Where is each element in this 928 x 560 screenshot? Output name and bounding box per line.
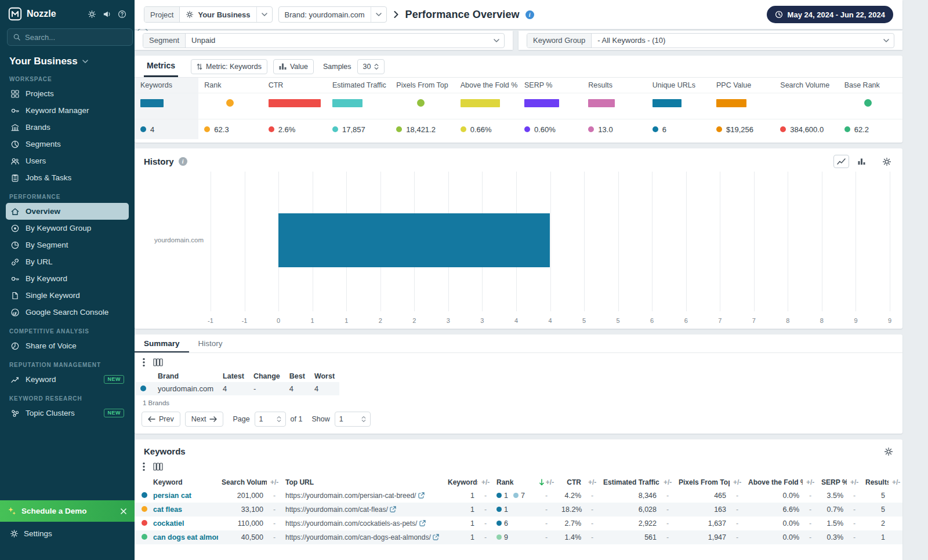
stepper-icon[interactable] <box>361 416 366 423</box>
col-header[interactable]: +/- <box>478 476 493 489</box>
col-header[interactable]: Pixels From Top <box>675 476 730 489</box>
col-header[interactable]: Keyword <box>150 476 218 489</box>
sidebar-item-by-segment[interactable]: By Segment <box>6 237 129 253</box>
columns-icon[interactable] <box>153 358 163 366</box>
sidebar-item-overview[interactable]: Overview <box>6 203 129 220</box>
col-header[interactable]: +/- <box>660 476 675 489</box>
sidebar-item-segments[interactable]: Segments <box>6 136 129 152</box>
external-link-icon[interactable] <box>433 534 439 540</box>
col-header-latest[interactable]: Latest <box>218 370 249 382</box>
sidebar-item-projects[interactable]: Projects <box>6 85 129 102</box>
col-header-best[interactable]: Best <box>285 370 310 382</box>
col-header[interactable]: +/- <box>803 476 818 489</box>
line-chart-toggle-button[interactable] <box>833 155 849 168</box>
sort-desc-icon[interactable] <box>539 479 545 486</box>
keyword-row[interactable]: can dogs eat almonds40,500-https://yourd… <box>135 530 902 544</box>
metric-column-header[interactable]: Keywords <box>135 78 198 93</box>
col-header[interactable]: +/- <box>267 476 282 489</box>
sidebar-item-keyword-manager[interactable]: Keyword Manager <box>6 102 129 119</box>
sidebar-item-brands[interactable]: Brands <box>6 119 129 136</box>
col-header[interactable]: +/- <box>847 476 862 489</box>
kebab-menu-icon[interactable] <box>143 358 145 367</box>
stepper-icon[interactable] <box>277 416 281 423</box>
kebab-menu-icon[interactable] <box>143 462 145 471</box>
value-selector[interactable]: Value <box>273 59 314 74</box>
samples-stepper[interactable]: 30 <box>357 59 385 74</box>
metric-column-header[interactable]: Results <box>582 78 646 93</box>
page-input[interactable] <box>259 415 272 423</box>
col-header[interactable]: +/- <box>535 476 558 489</box>
col-header[interactable]: Keywords <box>444 476 478 489</box>
keyword-link[interactable]: cockatiel <box>153 519 184 528</box>
history-bar[interactable] <box>278 213 550 267</box>
stepper-icon[interactable] <box>374 63 379 70</box>
metric-column-header[interactable]: Base Rank <box>839 78 902 93</box>
metric-column-header[interactable]: Unique URLs <box>647 78 710 93</box>
gear-icon[interactable] <box>88 10 96 19</box>
tab-history[interactable]: History <box>189 334 232 352</box>
sidebar-item-users[interactable]: Users <box>6 152 129 169</box>
sidebar-item-topic-clusters[interactable]: Topic ClustersNEW <box>6 405 129 421</box>
keyword-group-selector[interactable]: Keyword Group - All Keywords - (10) <box>527 33 894 48</box>
col-header[interactable]: +/- <box>585 476 600 489</box>
info-icon[interactable] <box>179 157 187 166</box>
col-header[interactable]: Estimated Traffic <box>600 476 660 489</box>
external-link-icon[interactable] <box>418 492 425 499</box>
metric-column-header[interactable]: Above the Fold % <box>455 78 519 93</box>
next-page-button[interactable]: Next <box>185 412 224 427</box>
show-input[interactable] <box>339 415 357 423</box>
search-box[interactable] <box>7 28 133 46</box>
schedule-demo-button[interactable]: Schedule a Demo <box>0 500 135 522</box>
col-header-brand[interactable]: Brand <box>153 370 218 382</box>
top-url-link[interactable]: https://yourdomain.com/cockatiels-as-pet… <box>285 519 417 528</box>
keyword-link[interactable]: can dogs eat almonds <box>153 533 218 541</box>
prev-page-button[interactable]: Prev <box>142 412 180 427</box>
keyword-row[interactable]: cat fleas33,100-https://yourdomain.com/c… <box>135 503 902 517</box>
summary-row[interactable]: yourdomain.com 4 - 4 4 <box>136 382 339 395</box>
megaphone-icon[interactable] <box>103 10 111 19</box>
keyword-row[interactable]: cockatiel110,000-https://yourdomain.com/… <box>135 517 902 530</box>
metric-column-header[interactable]: Rank <box>198 78 262 93</box>
sidebar-item-by-url[interactable]: By URL <box>6 253 129 270</box>
col-header[interactable]: Results <box>862 476 889 489</box>
columns-icon[interactable] <box>153 463 163 471</box>
metric-column-header[interactable]: SERP % <box>519 78 582 93</box>
metric-column-header[interactable]: Pixels From Top <box>390 78 454 93</box>
keywords-settings-button[interactable] <box>884 447 893 456</box>
metric-selector[interactable]: Metric: Keywords <box>191 59 267 74</box>
info-icon[interactable] <box>525 10 534 19</box>
metric-column-header[interactable]: PPC Value <box>710 78 774 93</box>
col-header[interactable]: Top URL <box>282 476 444 489</box>
keyword-row[interactable]: persian cat201,000-https://yourdomain.co… <box>135 489 902 503</box>
tab-metrics[interactable]: Metrics <box>144 56 178 77</box>
metric-column-header[interactable]: CTR <box>263 78 327 93</box>
col-header-worst[interactable]: Worst <box>310 370 339 382</box>
close-icon[interactable] <box>120 508 127 515</box>
tab-summary[interactable]: Summary <box>135 334 189 352</box>
sidebar-item-by-keyword-group[interactable]: By Keyword Group <box>6 220 129 237</box>
keyword-link[interactable]: cat fleas <box>153 506 182 514</box>
top-url-link[interactable]: https://yourdomain.com/persian-cat-breed… <box>285 492 416 500</box>
external-link-icon[interactable] <box>390 506 396 512</box>
project-selector[interactable]: Project Your Business <box>144 6 273 23</box>
metric-column-header[interactable]: Search Volume <box>774 78 838 93</box>
external-link-icon[interactable] <box>419 520 426 526</box>
settings-button[interactable]: Settings <box>0 522 135 545</box>
search-input[interactable] <box>25 33 127 42</box>
top-url-link[interactable]: https://yourdomain.com/can-dogs-eat-almo… <box>285 533 431 541</box>
sidebar-item-jobs-tasks[interactable]: Jobs & Tasks <box>6 169 129 186</box>
date-range-button[interactable]: May 24, 2024 - Jun 22, 2024 <box>767 6 893 23</box>
col-header[interactable]: +/- <box>730 476 745 489</box>
segment-selector[interactable]: Segment Unpaid <box>143 33 505 48</box>
col-header[interactable]: CTR <box>558 476 585 489</box>
sidebar-item-google-search-console[interactable]: Google Search Console <box>6 304 129 321</box>
bar-chart-toggle-button[interactable] <box>854 155 869 168</box>
brand-selector[interactable]: Brand: yourdomain.com <box>278 6 387 23</box>
col-header-change[interactable]: Change <box>249 370 285 382</box>
sidebar-item-single-keyword[interactable]: Single Keyword <box>6 287 129 304</box>
sidebar-item-keyword[interactable]: KeywordNEW <box>6 371 129 388</box>
workspace-selector[interactable]: Your Business <box>0 50 135 67</box>
top-url-link[interactable]: https://yourdomain.com/cat-fleas/ <box>285 506 388 514</box>
help-icon[interactable] <box>118 10 126 19</box>
sidebar-item-by-keyword[interactable]: By Keyword <box>6 270 129 287</box>
